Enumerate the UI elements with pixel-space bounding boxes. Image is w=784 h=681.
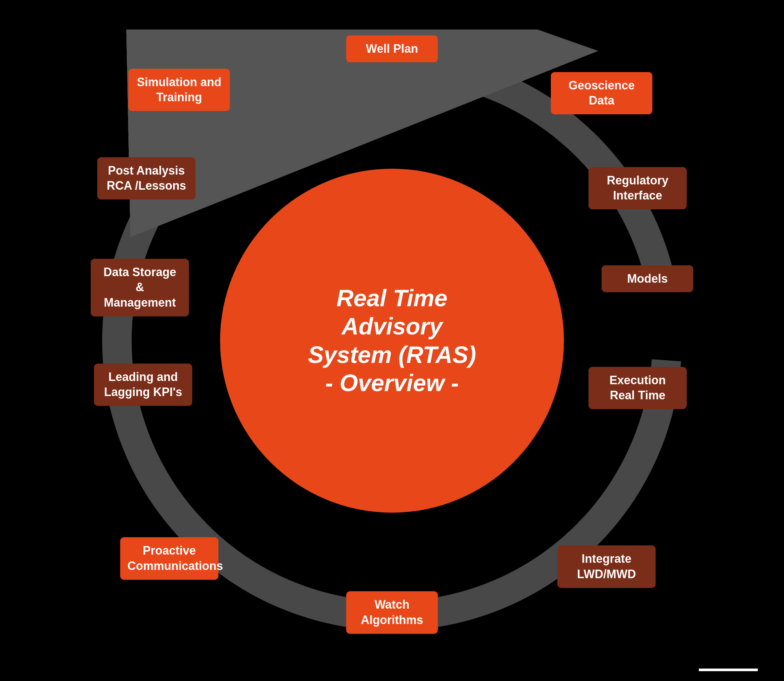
post-analysis-box: Post Analysis RCA /Lessons <box>97 157 196 200</box>
data-storage-box: Data Storage & Management <box>91 259 189 317</box>
geoscience-box: Geoscience Data <box>551 72 652 115</box>
regulatory-box: Regulatory Interface <box>588 167 687 210</box>
diagram-container: Real Time Advisory System (RTAS) - Overv… <box>81 30 703 652</box>
kpi-box: Leading and Lagging KPI's <box>94 364 192 406</box>
center-title: Real Time Advisory System (RTAS) - Overv… <box>295 271 489 410</box>
execution-box: Execution Real Time <box>588 367 687 409</box>
integrate-box: Integrate LWD/MWD <box>557 545 656 588</box>
scale-bar <box>699 668 758 671</box>
center-circle: Real Time Advisory System (RTAS) - Overv… <box>220 169 564 513</box>
well-plan-box: Well Plan <box>346 35 438 63</box>
proactive-box: Proactive Communications <box>120 537 218 580</box>
models-box: Models <box>602 265 693 293</box>
simulation-box: Simulation and Training <box>128 69 230 111</box>
watch-box: Watch Algorithms <box>346 591 438 634</box>
